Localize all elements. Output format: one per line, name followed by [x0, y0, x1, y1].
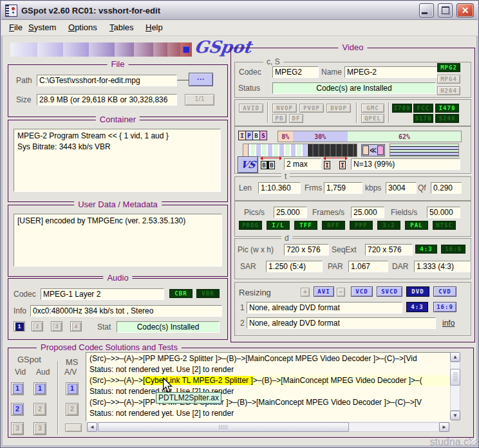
- zoom-in-button[interactable]: +: [301, 288, 310, 297]
- seqext-field[interactable]: 720 x 576: [365, 244, 413, 256]
- av-progress-box: [65, 424, 82, 432]
- scroll-right-button[interactable]: ►: [439, 422, 449, 432]
- vcd-button[interactable]: VCD: [351, 286, 373, 297]
- qf-field[interactable]: 0.290: [431, 182, 462, 194]
- video-cs-box: c, S Codec MPEG2 Name MPEG-2 Status Code…: [234, 62, 471, 98]
- vid-test-1-button[interactable]: 1: [11, 382, 24, 395]
- app-icon: [5, 5, 17, 17]
- solution-line-highlighted[interactable]: (Src)–>>–(A)–>[CyberLink TL MPEG-2 Split…: [87, 375, 449, 386]
- scroll-left-button[interactable]: ◄: [87, 422, 97, 432]
- gmc-indicator: GMC: [361, 104, 384, 113]
- menubar: File System Options Tables Help: [1, 20, 478, 36]
- pics-field[interactable]: 25.000: [274, 207, 307, 218]
- userdata-line1: [USER] encoded by TMPGEnc (ver. 2.53.35.…: [17, 216, 218, 227]
- avi-button[interactable]: AVI: [314, 286, 334, 297]
- audio-group-label: Audio: [103, 273, 132, 283]
- resize-169-button[interactable]: 16:9: [433, 302, 456, 312]
- audio-codec-field[interactable]: MPEG-1 Layer 2: [41, 288, 164, 300]
- solutions-group: Proposed Codec Solutions and Tests GSpot…: [8, 348, 474, 438]
- max-b-field[interactable]: 2 max: [284, 158, 321, 170]
- gspot-vs-button[interactable]: VS: [238, 156, 258, 173]
- i-frame-measure: II: [324, 156, 347, 169]
- vertical-scrollbar-thumb[interactable]: [450, 369, 460, 386]
- aud-column-label: Aud: [36, 368, 50, 377]
- s170-badge: S170: [413, 114, 433, 123]
- av-test-1-button[interactable]: 1: [66, 382, 79, 395]
- audio-info-label: Info: [14, 306, 26, 316]
- d-label: d: [281, 233, 292, 243]
- frms-field[interactable]: 1,759: [324, 182, 362, 194]
- solution-status-line[interactable]: Status: not rendered yet. Use [2] to ren…: [87, 364, 449, 375]
- video-status-label: Status: [238, 84, 260, 93]
- kbps-field[interactable]: 3004: [386, 182, 417, 194]
- b-percent: 62%: [348, 131, 461, 142]
- arrow-right-icon: ►: [442, 424, 447, 430]
- info-link[interactable]: info: [442, 319, 455, 328]
- resize-grip[interactable]: [469, 438, 477, 446]
- close-button[interactable]: ✕: [456, 3, 474, 17]
- feature-separator: [356, 102, 357, 123]
- mpg4-badge: MPG4: [437, 75, 460, 84]
- aud-test-2-button: 2: [33, 403, 46, 416]
- horizontal-scrollbar-thumb[interactable]: [98, 422, 349, 432]
- len-field[interactable]: 1:10.360: [258, 182, 301, 194]
- scroll-down-button[interactable]: ▼: [450, 411, 460, 420]
- aud-test-1-button[interactable]: 1: [33, 382, 46, 395]
- vid-test-2-button[interactable]: 2: [11, 403, 24, 416]
- path-field[interactable]: C:\GTest\vsshort-for-edit.mpg: [37, 75, 177, 86]
- resize-row1-field[interactable]: None, already DVD format: [247, 302, 402, 313]
- zoom-out-button[interactable]: −: [337, 288, 345, 297]
- video-name-field[interactable]: MPEG-2: [344, 66, 437, 78]
- scroll-up-button[interactable]: ▲: [450, 352, 460, 362]
- bitrate-gradient-bar: [10, 42, 192, 57]
- svcd-button[interactable]: SVCD: [377, 286, 402, 297]
- fields-field[interactable]: 50.000: [427, 207, 460, 218]
- size-field[interactable]: 28.9 MB (or 29,618 KB or 30,328,836: [37, 94, 177, 106]
- gop-box: IPBS 8% 30% 62% VS BB 2 max II N=13 (99%…: [234, 126, 471, 174]
- container-info-box[interactable]: MPEG-2 Program Stream << { 1 vid, 1 aud …: [14, 129, 221, 192]
- bvop-indicator: BVOP: [326, 104, 351, 113]
- sar-field[interactable]: 1.250 (5:4): [266, 261, 323, 272]
- fcc-badge: FCC: [413, 104, 433, 113]
- userdata-box[interactable]: [USER] encoded by TMPGEnc (ver. 2.53.35.…: [14, 214, 222, 266]
- audio-stream-1-button[interactable]: 1: [14, 321, 25, 331]
- menu-tables[interactable]: Tables: [109, 23, 134, 32]
- ppf-badge: PPF: [350, 221, 373, 230]
- maximize-button[interactable]: [438, 3, 453, 17]
- frames-field[interactable]: 25.000: [351, 207, 384, 218]
- resize-43-button[interactable]: 4:3: [406, 302, 428, 312]
- dar-field[interactable]: 1.333 (4:3): [414, 261, 471, 272]
- i-percent: 8%: [278, 131, 293, 142]
- audio-info-field[interactable]: 0xc0:48000Hz 384 kb/s tot , Stereo: [30, 305, 222, 317]
- frame-type-legend-icon: IPBS: [238, 131, 267, 140]
- menu-help[interactable]: Help: [146, 23, 163, 32]
- video-codec-field[interactable]: MPEG2: [272, 66, 319, 78]
- menu-system[interactable]: System: [28, 23, 56, 32]
- solution-line[interactable]: (Src)–>>–(A)–>[PP MPEG-2 Splitter ]>–(B)…: [87, 353, 449, 364]
- pics-label: Pics/s: [244, 208, 265, 218]
- solution-line[interactable]: (Src)–>>–(A)–>[PP TL MPEG-2 Splitter ]>–…: [87, 397, 449, 408]
- gop-length-field[interactable]: N=13 (99%): [351, 158, 460, 170]
- userdata-group-label: User Data / Metadata: [74, 200, 162, 210]
- solutions-list[interactable]: (Src)–>>–(A)–>[PP MPEG-2 Splitter ]>–(B)…: [86, 352, 451, 422]
- menu-options[interactable]: Options: [68, 23, 97, 32]
- il-badge: I/L: [267, 221, 290, 230]
- resizing-box: Resizing + AVI − VCD SVCD DVD CVD 1 None…: [234, 282, 471, 336]
- solution-status-line[interactable]: Status: not rendered yet. Use [2] to ren…: [87, 386, 449, 397]
- resize-row2-field[interactable]: None, already DVD format: [247, 317, 436, 329]
- p-percent: 30%: [293, 131, 348, 142]
- window-title: GSpot v2.60 RC01: vsshort-for-edit: [21, 6, 415, 15]
- container-line1: MPEG-2 Program Stream << { 1 vid, 1 aud …: [17, 131, 217, 142]
- pic-field[interactable]: 720 x 576: [284, 244, 329, 256]
- solution-status-line[interactable]: Status: not rendered yet. Use [2] to ren…: [87, 408, 449, 419]
- cvd-button[interactable]: CVD: [433, 286, 456, 297]
- gradient-marker-icon: [180, 42, 192, 57]
- browse-button[interactable]: ...: [189, 73, 213, 86]
- par-field[interactable]: 1.067: [348, 261, 388, 272]
- minimize-button[interactable]: [419, 3, 434, 17]
- menu-file[interactable]: File: [9, 23, 23, 32]
- dvd-button[interactable]: DVD: [406, 286, 429, 297]
- dimensions-box: d Pic (w x h) 720 x 576 SeqExt 720 x 576…: [234, 238, 471, 279]
- file-page-button: 1/1: [185, 94, 214, 106]
- av-column-label: A/V: [64, 368, 77, 377]
